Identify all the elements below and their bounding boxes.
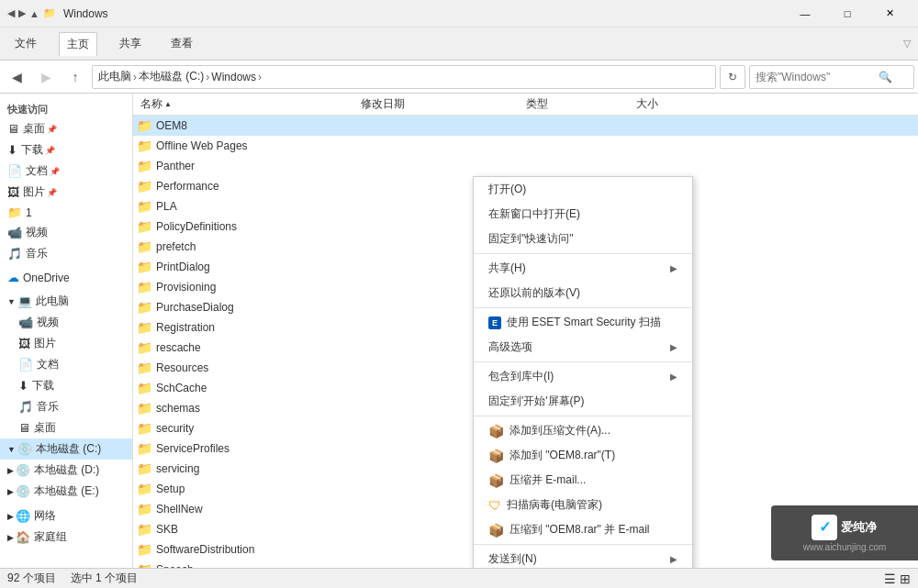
ctx-advanced[interactable]: 高级选项 ▶ (474, 335, 692, 360)
sidebar-item-desktop[interactable]: 🖥 桌面 📌 (0, 118, 132, 139)
sidebar-item-onedrive[interactable]: ☁ OneDrive (0, 268, 132, 287)
up-button[interactable]: ↑ (62, 64, 88, 90)
view-controls: ☰ ⊞ (884, 571, 911, 586)
file-registration-name: Registration (156, 321, 367, 334)
tab-home[interactable]: 主页 (59, 32, 97, 56)
folder-policydefs-icon: 📁 (137, 219, 152, 234)
sidebar-item-desktop2[interactable]: 🖥 桌面 (0, 417, 132, 438)
sidebar-item-music2[interactable]: 🎵 音乐 (0, 396, 132, 417)
folder-schemas-icon: 📁 (137, 401, 152, 416)
ctx-add-archive[interactable]: 📦 添加到压缩文件(A)... (474, 418, 692, 443)
folder-panther-icon: 📁 (137, 159, 152, 173)
file-row-offlinewebpages[interactable]: 📁 Offline Web Pages (133, 136, 918, 156)
refresh-button[interactable]: ↻ (720, 65, 745, 89)
sidebar-item-1[interactable]: 📁 1 (0, 203, 132, 222)
minimize-button[interactable]: — (784, 0, 826, 28)
ctx-send-to[interactable]: 发送到(N) ▶ (474, 547, 692, 568)
col-name[interactable]: 名称 ▲ (137, 96, 357, 112)
ribbon: 文件 主页 共享 查看 ▽ (0, 28, 918, 61)
file-policydefs-name: PolicyDefinitions (156, 220, 367, 233)
compress3-icon: 📦 (488, 473, 504, 488)
ctx-pin-start[interactable]: 固定到'开始'屏幕(P) (474, 389, 692, 414)
file-skb-name: SKB (156, 523, 367, 536)
search-icon: 🔍 (879, 71, 892, 83)
network-expand: ▶ (7, 512, 14, 521)
ctx-add-rar[interactable]: 📦 添加到 "OEM8.rar"(T) (474, 443, 692, 468)
file-row-panther[interactable]: 📁 Panther (133, 156, 918, 176)
ctx-restore-prev[interactable]: 还原以前的版本(V) (474, 281, 692, 305)
col-size-label: 大小 (636, 96, 658, 112)
col-date[interactable]: 修改日期 (357, 96, 522, 112)
file-panther-name: Panther (156, 160, 367, 172)
col-type[interactable]: 类型 (522, 96, 633, 112)
file-security-name: security (156, 422, 367, 435)
search-input[interactable] (756, 71, 875, 83)
ctx-open-label: 打开(O) (488, 182, 677, 197)
tab-share[interactable]: 共享 (112, 32, 149, 55)
desktop2-icon: 🖥 (18, 421, 30, 435)
sidebar-item-drive-d[interactable]: ▶ 💿 本地磁盘 (D:) (0, 460, 132, 481)
folder-rescache-icon: 📁 (137, 340, 152, 355)
folder-speech-icon: 📁 (137, 562, 152, 568)
breadcrumb[interactable]: 此电脑 › 本地磁盘 (C:) › Windows › (92, 65, 716, 89)
ctx-compress-email[interactable]: 📦 压缩并 E-mail... (474, 468, 692, 493)
sidebar-item-pictures2[interactable]: 🖼 图片 (0, 333, 132, 354)
file-speech-name: Speech (156, 563, 367, 568)
sidebar-item-thispc[interactable]: ▼ 💻 此电脑 (0, 291, 132, 312)
breadcrumb-sep2: › (206, 71, 209, 83)
col-size[interactable]: 大小 (633, 96, 706, 112)
ctx-open[interactable]: 打开(O) (474, 177, 692, 202)
back-button[interactable]: ◀ (4, 64, 29, 90)
ctx-open-new-window[interactable]: 在新窗口中打开(E) (474, 202, 692, 227)
file-schemas-name: schemas (156, 402, 367, 415)
search-box: 🔍 (749, 65, 914, 89)
sidebar-item-homegroup[interactable]: ▶ 🏠 家庭组 (0, 527, 132, 548)
expand-d: ▶ (7, 466, 14, 475)
sidebar-drivec-label: 本地磁盘 (C:) (36, 441, 101, 457)
sidebar-pictures-label: 图片 (23, 184, 45, 200)
ctx-compress-email2[interactable]: 📦 压缩到 "OEM8.rar" 并 E-mail (474, 517, 692, 542)
forward-icon: ▶ (18, 7, 26, 19)
folder1-icon: 📁 (7, 205, 22, 219)
sidebar-item-drive-c[interactable]: ▼ 💿 本地磁盘 (C:) (0, 438, 132, 460)
sidebar-item-video2[interactable]: 📹 视频 (0, 312, 132, 333)
ctx-scan-virus[interactable]: 🛡 扫描病毒(电脑管家) (474, 493, 692, 517)
sidebar-item-documents[interactable]: 📄 文档 📌 (0, 161, 132, 182)
ctx-eset-scan[interactable]: E 使用 ESET Smart Security 扫描 (474, 310, 692, 335)
list-view-button[interactable]: ☰ (884, 571, 896, 586)
file-prefetch-name: prefetch (156, 240, 367, 253)
downloads2-icon: ⬇ (18, 379, 28, 393)
watermark: ✓ 爱纯净 www.aichunjing.com (771, 505, 918, 560)
col-type-label: 类型 (526, 96, 548, 112)
ctx-sep2 (474, 307, 692, 308)
breadcrumb-folder: Windows (211, 71, 256, 83)
ctx-pin-quick-access[interactable]: 固定到"快速访问" (474, 227, 692, 251)
ctx-add-rar-label: 添加到 "OEM8.rar"(T) (509, 448, 677, 463)
sidebar-item-video[interactable]: 📹 视频 (0, 222, 132, 243)
ctx-share[interactable]: 共享(H) ▶ (474, 256, 692, 281)
tab-file[interactable]: 文件 (7, 32, 44, 55)
sidebar-item-network[interactable]: ▶ 🌐 网络 (0, 505, 132, 527)
sidebar-item-music[interactable]: 🎵 音乐 (0, 243, 132, 264)
sidebar-item-downloads2[interactable]: ⬇ 下载 (0, 375, 132, 396)
ctx-sep1 (474, 253, 692, 254)
ctx-restore-label: 还原以前的版本(V) (488, 285, 677, 301)
tab-view[interactable]: 查看 (163, 32, 200, 55)
file-row-oem8[interactable]: 📁 OEM8 (133, 116, 918, 136)
maximize-button[interactable]: □ (826, 0, 868, 28)
close-button[interactable]: ✕ (868, 0, 911, 28)
sidebar-item-documents2[interactable]: 📄 文档 (0, 354, 132, 375)
forward-button[interactable]: ▶ (33, 64, 59, 90)
folder-schcache-icon: 📁 (137, 381, 152, 395)
folder-purchasedialog-icon: 📁 (137, 300, 152, 315)
folder-setup-icon: 📁 (137, 482, 152, 496)
video2-icon: 📹 (18, 316, 33, 329)
sidebar-item-pictures[interactable]: 🖼 图片 📌 (0, 182, 132, 203)
sidebar-item-downloads[interactable]: ⬇ 下载 📌 (0, 139, 132, 161)
sidebar-item-drive-e[interactable]: ▶ 💿 本地磁盘 (E:) (0, 481, 132, 502)
file-performance-name: Performance (156, 180, 367, 193)
ctx-include-library[interactable]: 包含到库中(I) ▶ (474, 364, 692, 389)
col-name-sort: ▲ (164, 100, 172, 108)
sidebar-music-label: 音乐 (26, 246, 48, 261)
grid-view-button[interactable]: ⊞ (900, 571, 911, 586)
